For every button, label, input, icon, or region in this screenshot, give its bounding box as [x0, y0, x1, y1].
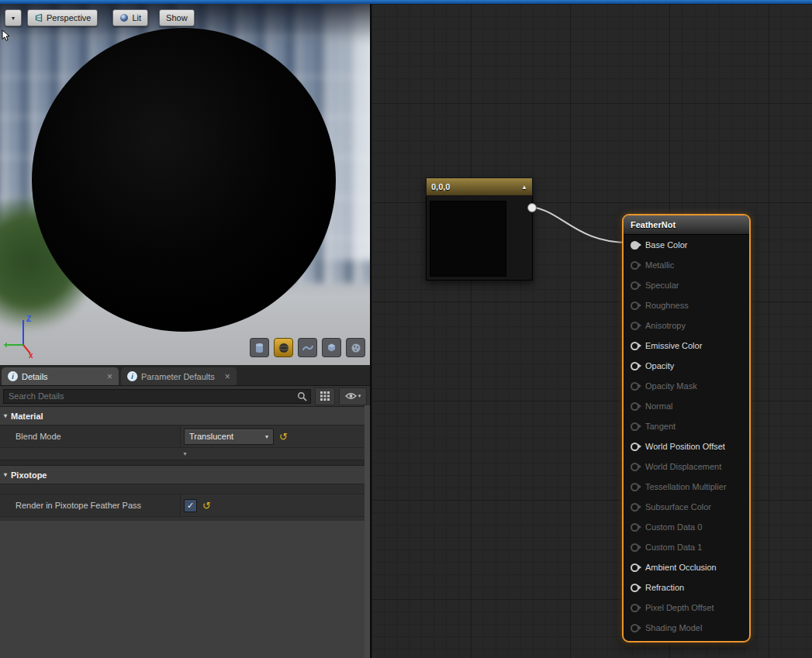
- category-pixotope[interactable]: ▾ Pixotope: [0, 466, 370, 484]
- material-input-pin-custom-data-0[interactable]: Custom Data 0: [624, 517, 749, 537]
- material-input-pin-refraction[interactable]: Refraction: [624, 577, 749, 598]
- pin-icon[interactable]: [631, 443, 639, 451]
- pin-icon[interactable]: [631, 382, 639, 391]
- material-input-pin-roughness[interactable]: Roughness: [624, 295, 749, 315]
- search-details-input[interactable]: [3, 389, 311, 404]
- constant-node-body[interactable]: [426, 196, 533, 281]
- preview-shape-cylinder-button[interactable]: [250, 338, 269, 357]
- advanced-expander[interactable]: ▾: [0, 448, 370, 460]
- material-input-pin-specular[interactable]: Specular: [624, 275, 749, 295]
- pin-icon[interactable]: [631, 543, 639, 552]
- material-input-pin-anisotropy[interactable]: Anisotropy: [624, 315, 749, 336]
- reset-to-default-icon[interactable]: ↺: [279, 432, 288, 442]
- constant-color-node[interactable]: 0,0,0 ▲: [426, 177, 533, 281]
- plane-icon: [302, 344, 313, 352]
- material-input-pin-tangent[interactable]: Tangent: [624, 416, 749, 436]
- spacer-row: [0, 484, 370, 494]
- preview-shape-cube-button[interactable]: [322, 338, 341, 357]
- material-input-pin-base-color[interactable]: Base Color: [624, 235, 749, 255]
- blend-mode-dropdown[interactable]: Translucent ▾: [184, 429, 274, 445]
- material-input-pin-shading-model[interactable]: Shading Model: [624, 618, 749, 638]
- preview-viewport[interactable]: ▾ Perspective Lit Sh: [0, 4, 370, 365]
- chevron-down-icon: ▾: [265, 433, 268, 440]
- view-options-button[interactable]: ▾: [339, 388, 367, 405]
- color-swatch[interactable]: [430, 201, 506, 277]
- material-input-pin-ambient-occlusion[interactable]: Ambient Occlusion: [624, 557, 749, 577]
- details-scrollbar[interactable]: [365, 405, 370, 658]
- pin-icon[interactable]: [631, 584, 639, 592]
- pin-label: Shading Model: [645, 623, 702, 632]
- pin-icon[interactable]: [631, 604, 639, 612]
- pin-label: Emissive Color: [645, 341, 702, 350]
- collapse-node-icon[interactable]: ▲: [521, 184, 527, 191]
- pin-label: Metallic: [645, 260, 674, 270]
- pin-icon[interactable]: [631, 342, 639, 350]
- material-graph-canvas[interactable]: 0,0,0 ▲ FeatherNot Base ColorMetallicSpe…: [371, 4, 812, 658]
- preview-shape-sphere-button[interactable]: [274, 338, 293, 357]
- pin-icon[interactable]: [631, 241, 639, 250]
- property-matrix-button[interactable]: [315, 388, 335, 405]
- pin-icon[interactable]: [631, 463, 639, 471]
- pin-icon[interactable]: [631, 322, 639, 330]
- show-button[interactable]: Show: [159, 9, 195, 26]
- material-input-pin-opacity[interactable]: Opacity: [624, 356, 749, 376]
- blend-mode-row: Blend Mode Translucent ▾ ↺: [0, 425, 370, 448]
- pin-icon[interactable]: [631, 624, 639, 632]
- material-input-pin-custom-data-1[interactable]: Custom Data 1: [624, 537, 749, 557]
- feathernot-material-node[interactable]: FeatherNot Base ColorMetallicSpecularRou…: [622, 214, 751, 642]
- blend-mode-label: Blend Mode: [0, 425, 181, 447]
- show-button-label: Show: [166, 13, 188, 22]
- viewport-options-dropdown-button[interactable]: ▾: [5, 9, 22, 26]
- close-icon[interactable]: ×: [102, 371, 112, 382]
- material-input-pin-subsurface-color[interactable]: Subsurface Color: [624, 497, 749, 517]
- material-input-pin-tessellation-multiplier[interactable]: Tessellation Multiplier: [624, 477, 749, 497]
- chevron-down-icon: ▾: [183, 450, 186, 457]
- gizmo-x-label: x: [29, 351, 33, 360]
- details-empty-area: [0, 521, 370, 658]
- panel-splitter[interactable]: [370, 0, 371, 658]
- constant-node-header[interactable]: 0,0,0 ▲: [426, 177, 533, 196]
- check-icon: ✓: [187, 501, 194, 511]
- material-input-pin-world-position-offset[interactable]: World Position Offset: [624, 436, 749, 456]
- expand-arrow-icon: ▾: [4, 412, 7, 419]
- output-pin[interactable]: [527, 203, 537, 212]
- tab-parameter-defaults[interactable]: i Parameter Defaults ×: [121, 367, 237, 385]
- feather-pass-checkbox[interactable]: ✓: [184, 499, 197, 512]
- perspective-button[interactable]: Perspective: [27, 9, 98, 26]
- pin-icon[interactable]: [631, 503, 639, 512]
- material-editor-window: ▾ Perspective Lit Sh: [0, 0, 812, 658]
- preview-shape-custom-mesh-button[interactable]: [346, 338, 365, 357]
- close-icon[interactable]: ×: [220, 371, 230, 382]
- material-input-pin-metallic[interactable]: Metallic: [624, 255, 749, 275]
- pin-label: Custom Data 0: [645, 522, 702, 532]
- reset-to-default-icon[interactable]: ↺: [202, 501, 211, 511]
- pin-icon[interactable]: [631, 523, 639, 532]
- constant-node-title: 0,0,0: [431, 182, 450, 191]
- feathernot-node-header[interactable]: FeatherNot: [624, 215, 749, 235]
- preview-shape-plane-button[interactable]: [298, 338, 317, 357]
- mouse-cursor: [2, 29, 11, 42]
- pin-label: Roughness: [645, 301, 689, 310]
- lit-mode-icon: [119, 13, 129, 22]
- tab-parameter-defaults-label: Parameter Defaults: [141, 372, 215, 381]
- details-search-row: ▾: [0, 386, 370, 407]
- material-input-pin-normal[interactable]: Normal: [624, 396, 749, 416]
- material-input-pin-pixel-depth-offset[interactable]: Pixel Depth Offset: [624, 598, 749, 618]
- lit-button[interactable]: Lit: [112, 9, 148, 26]
- material-input-pin-world-displacement[interactable]: World Displacement: [624, 456, 749, 477]
- material-input-pin-opacity-mask[interactable]: Opacity Mask: [624, 376, 749, 396]
- pin-icon[interactable]: [631, 362, 639, 370]
- cube-icon: [327, 343, 337, 353]
- pin-icon[interactable]: [631, 301, 639, 310]
- pin-icon[interactable]: [631, 483, 639, 491]
- category-material[interactable]: ▾ Material: [0, 407, 370, 425]
- tab-details[interactable]: i Details ×: [2, 367, 119, 385]
- pin-icon[interactable]: [631, 402, 639, 411]
- feather-pass-label: Render in Pixotope Feather Pass: [0, 494, 181, 516]
- info-icon: i: [8, 371, 18, 381]
- pin-icon[interactable]: [631, 422, 639, 431]
- pin-icon[interactable]: [631, 261, 639, 270]
- material-input-pin-emissive-color[interactable]: Emissive Color: [624, 336, 749, 356]
- pin-icon[interactable]: [631, 281, 639, 290]
- pin-icon[interactable]: [631, 563, 639, 572]
